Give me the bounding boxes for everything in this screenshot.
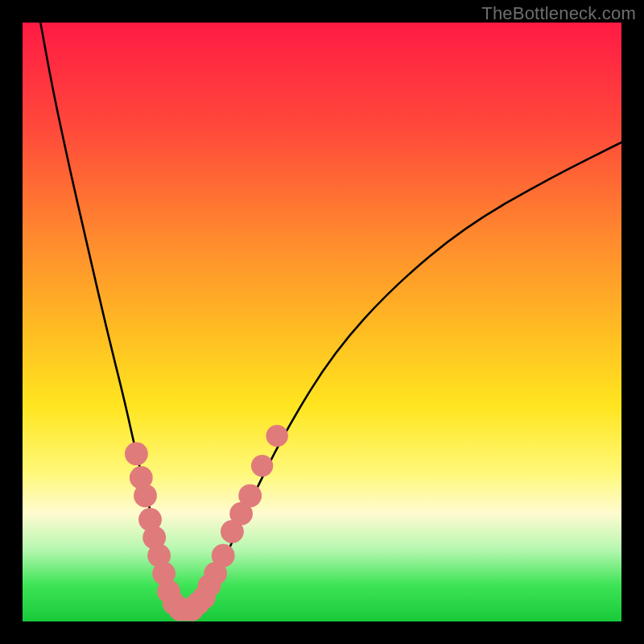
chart-frame: TheBottleneck.com (0, 0, 644, 644)
curve-marker (238, 484, 262, 507)
curve-marker (251, 455, 273, 477)
curve-markers (125, 425, 288, 621)
chart-svg (23, 23, 621, 621)
curve-marker (212, 544, 235, 568)
curve-marker (266, 425, 288, 447)
curve-marker (125, 442, 148, 465)
bottleneck-curve (40, 23, 621, 609)
plot-area (23, 23, 621, 621)
curve-marker (134, 484, 157, 507)
watermark-text: TheBottleneck.com (481, 3, 636, 24)
